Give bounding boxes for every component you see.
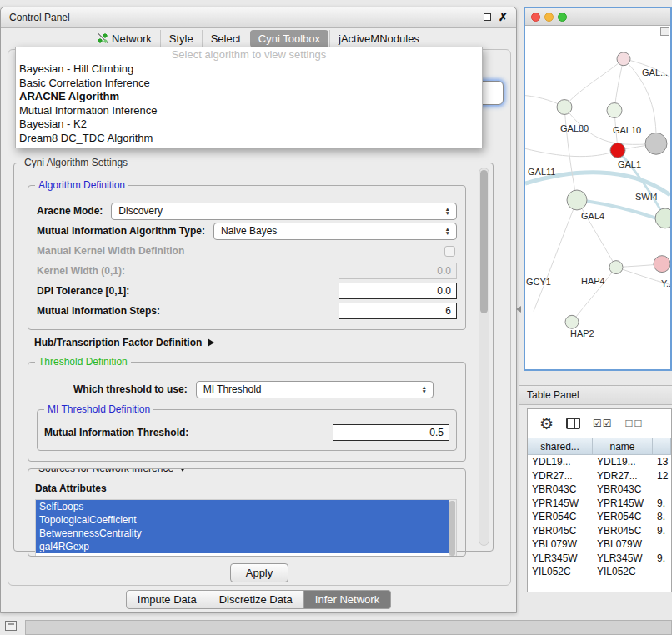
network-edge[interactable]	[534, 200, 577, 311]
network-edge[interactable]	[572, 268, 616, 322]
sources-group: Sources for Network Inference Data Attri…	[28, 468, 466, 557]
network-window-titlebar[interactable]	[525, 8, 670, 26]
attribute-gal4rgexp[interactable]: gal4RGexp	[36, 540, 449, 553]
attribute-betweennesscentrality[interactable]: BetweennessCentrality	[36, 527, 449, 540]
mi-threshold-legend: MI Threshold Definition	[44, 403, 153, 415]
mi-steps-label: Mutual Information Steps:	[37, 305, 160, 317]
table-cell: 12	[653, 470, 671, 482]
bottom-tab-impute-data[interactable]: Impute Data	[126, 590, 208, 609]
table-cell: YDL19...	[593, 456, 653, 468]
aracne-mode-select[interactable]: Discovery	[111, 202, 457, 220]
tab-cyni-toolbox[interactable]: Cyni Toolbox	[250, 30, 328, 48]
table-toolbar	[528, 409, 671, 438]
cyni-algorithm-settings-group: Cyni Algorithm Settings Algorithm Defini…	[13, 162, 494, 552]
restore-window-icon[interactable]	[5, 621, 17, 631]
zoom-traffic-light-icon[interactable]	[558, 12, 567, 22]
which-threshold-select[interactable]: MI Threshold	[196, 381, 434, 398]
column-header-name[interactable]: name	[593, 438, 653, 454]
mi-threshold-row: Mutual Information Threshold: 0.5	[44, 423, 449, 442]
table-cell: 8.	[653, 511, 671, 522]
unselect-all-boxes-icon[interactable]	[625, 418, 644, 429]
table-row[interactable]: YDL19...YDL19...13	[528, 455, 671, 469]
mi-steps-field[interactable]: 6	[339, 302, 457, 319]
network-node[interactable]	[610, 142, 625, 158]
bottom-tab-discretize-data[interactable]: Discretize Data	[208, 590, 304, 609]
network-node[interactable]	[567, 190, 587, 210]
minimize-traffic-light-icon[interactable]	[544, 12, 554, 22]
settings-scrollbar[interactable]	[479, 168, 489, 546]
table-row[interactable]: YBR045CYBR045C9.	[528, 524, 671, 538]
table-cell: 9.	[653, 525, 671, 537]
table-row[interactable]: YBR043CYBR043C	[528, 482, 671, 497]
data-attributes-list[interactable]: SelfLoopsTopologicalCoefficientBetweenne…	[35, 499, 457, 557]
dpi-tolerance-label: DPI Tolerance [0,1]:	[37, 285, 129, 297]
gear-icon[interactable]	[539, 416, 554, 432]
attribute-selfloops[interactable]: SelfLoops	[36, 500, 449, 513]
algorithm-definition-legend: Algorithm Definition	[35, 179, 128, 191]
splitter-handle[interactable]	[516, 306, 521, 312]
network-node[interactable]	[607, 103, 622, 118]
tab-style[interactable]: Style	[160, 30, 202, 48]
attributes-scrollbar[interactable]	[449, 500, 456, 557]
window-controls: ✗	[484, 12, 508, 22]
network-edge[interactable]	[525, 148, 618, 156]
combo-arrows-icon	[416, 385, 433, 393]
hub-definition-toggle[interactable]: Hub/Transcription Factor Definition	[34, 337, 466, 348]
settings-legend: Cyni Algorithm Settings	[21, 157, 131, 168]
node-label: HAP4	[581, 277, 605, 287]
aracne-mode-row: Aracne Mode: Discovery	[37, 201, 457, 221]
table-cell: YPR145W	[593, 498, 653, 509]
popup-item-bayesian-hill-climbing[interactable]: Bayesian - Hill Climbing	[16, 62, 482, 77]
network-node[interactable]	[654, 256, 670, 272]
close-window-icon[interactable]: ✗	[499, 12, 508, 22]
tab-network[interactable]: Network	[89, 30, 160, 48]
network-node[interactable]	[565, 315, 579, 328]
dpi-tolerance-field[interactable]: 0.0	[339, 282, 457, 299]
mi-threshold-field[interactable]: 0.5	[333, 424, 449, 441]
float-window-icon[interactable]	[484, 13, 491, 21]
column-header-shared[interactable]: shared...	[528, 438, 593, 454]
popup-item-aracne-algorithm[interactable]: ARACNE Algorithm	[16, 90, 482, 104]
network-edge[interactable]	[564, 59, 624, 108]
network-node[interactable]	[609, 261, 623, 274]
column-header-extra[interactable]	[653, 438, 671, 454]
network-node[interactable]	[645, 132, 667, 154]
network-edge[interactable]	[564, 108, 577, 200]
sources-group-legend[interactable]: Sources for Network Inference	[35, 468, 190, 474]
network-node[interactable]	[617, 52, 630, 66]
kernel-width-field: 0.0	[339, 262, 457, 279]
manual-kernel-checkbox[interactable]	[444, 246, 455, 257]
bottom-tab-infer-network[interactable]: Infer Network	[304, 590, 391, 609]
table-row[interactable]: YPR145WYPR145W9.	[528, 497, 671, 511]
table-cell: YDR27...	[593, 470, 653, 482]
table-row[interactable]: YBL079WYBL079W	[528, 538, 671, 552]
table-cell: YPR145W	[528, 498, 593, 509]
aracne-mode-value: Discovery	[118, 205, 163, 217]
mi-type-select[interactable]: Naive Bayes	[213, 222, 457, 240]
table-row[interactable]: YIL052CYIL052C	[528, 565, 671, 579]
network-tab-icon	[98, 33, 108, 43]
popup-item-mutual-information-inference[interactable]: Mutual Information Inference	[16, 104, 482, 118]
popup-item-dream8-dc-tdc-algorithm[interactable]: Dream8 DC_TDC Algorithm	[16, 132, 482, 146]
table-row[interactable]: YLR345WYLR345W9.	[528, 552, 671, 566]
columns-icon[interactable]	[566, 418, 580, 429]
attribute-topologicalcoefficient[interactable]: TopologicalCoefficient	[36, 513, 449, 527]
node-label: GAL1	[618, 159, 641, 169]
network-node[interactable]	[655, 208, 670, 228]
tab-jactivemnodules[interactable]: jActiveMNodules	[329, 30, 428, 48]
table-row[interactable]: YER054CYER054C8.	[528, 510, 671, 524]
popup-item-bayesian-k2[interactable]: Bayesian - K2	[16, 118, 482, 132]
table-body: YDL19...YDL19...13YDR27...YDR27...12YBR0…	[528, 455, 671, 579]
apply-button[interactable]: Apply	[230, 563, 289, 582]
select-all-checks-icon[interactable]	[593, 418, 613, 429]
popup-item-basic-correlation-inference[interactable]: Basic Correlation Inference	[16, 77, 482, 91]
control-panel-titlebar[interactable]: Control Panel ✗	[1, 8, 516, 28]
close-traffic-light-icon[interactable]	[531, 12, 540, 22]
settings-scrollbar-thumb[interactable]	[480, 170, 488, 313]
network-node[interactable]	[557, 100, 572, 115]
network-canvas[interactable]: GAL...GAL80GAL10GAL11GAL1SWI4GAL4GCY1HAP…	[525, 26, 670, 369]
algorithm-definition-group: Algorithm Definition Aracne Mode: Discov…	[28, 185, 466, 330]
tab-select[interactable]: Select	[202, 30, 249, 48]
table-row[interactable]: YDR27...YDR27...12	[528, 469, 671, 483]
table-panel-title: Table Panel	[527, 389, 579, 401]
